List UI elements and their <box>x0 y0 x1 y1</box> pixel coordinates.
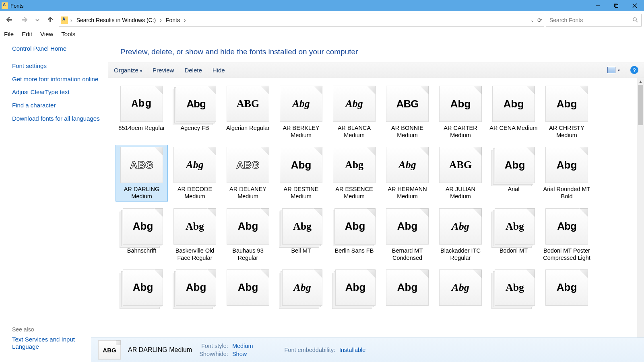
chevron-down-icon[interactable]: ⌄ <box>530 18 534 23</box>
chevron-down-icon: ▾ <box>140 69 142 73</box>
font-item[interactable]: AbgAR CENA Medium <box>487 84 540 140</box>
scroll-thumb[interactable] <box>638 85 643 125</box>
font-item[interactable]: Abg <box>328 267 380 309</box>
refresh-button[interactable]: ⟳ <box>537 17 542 23</box>
font-item[interactable]: AbgBahnschrift <box>116 206 168 263</box>
close-button[interactable] <box>625 0 644 11</box>
font-item[interactable]: AbgAR DECODE Medium <box>169 145 221 201</box>
font-thumbnail: Abg <box>120 86 163 122</box>
sidebar-link-text-services[interactable]: Text Services and Input Language <box>12 336 103 351</box>
font-thumbnail: Abg <box>280 86 322 122</box>
font-name-label: Bodoni MT <box>500 247 528 254</box>
address-bar[interactable]: › Search Results in Windows (C:) › Fonts… <box>59 14 544 27</box>
font-sample-text: Abg <box>452 220 469 232</box>
font-item[interactable]: AbgArial Rounded MT Bold <box>541 145 593 201</box>
menu-edit[interactable]: Edit <box>22 31 32 37</box>
chevron-right-icon[interactable]: › <box>183 17 187 23</box>
font-sample-text: Abg <box>505 159 525 171</box>
font-item[interactable]: Abg <box>169 267 221 309</box>
font-grid: Abg8514oem RegularAbgAgency FBABGAlgeria… <box>108 78 644 309</box>
help-button[interactable]: ? <box>630 66 638 74</box>
breadcrumb-segment[interactable]: Search Results in Windows (C:) <box>75 17 158 23</box>
font-name-label: Blackadder ITC Regular <box>436 247 485 261</box>
chevron-right-icon[interactable]: › <box>70 17 73 23</box>
font-item[interactable]: AbgBodoni MT <box>487 206 540 263</box>
delete-button[interactable]: Delete <box>184 67 202 74</box>
font-item[interactable]: AbgBodoni MT Poster Compressed Light <box>541 206 593 263</box>
menu-file[interactable]: File <box>4 31 14 37</box>
command-bar: Organize ▾ Preview Delete Hide ▾ ? <box>108 62 644 78</box>
font-thumbnail: Abg <box>176 86 216 122</box>
sidebar-link-cp-home[interactable]: Control Panel Home <box>12 45 103 53</box>
preview-button[interactable]: Preview <box>153 67 174 74</box>
recent-locations-dropdown[interactable] <box>33 14 42 26</box>
font-sample-text: Abg <box>132 98 152 110</box>
menu-tools[interactable]: Tools <box>61 31 75 37</box>
font-sample-text: ABG <box>236 159 260 171</box>
font-name-label: AR CHRISTY Medium <box>542 124 592 139</box>
font-item[interactable]: ABGAR JULIAN Medium <box>434 145 487 201</box>
breadcrumb-segment[interactable]: Fonts <box>164 17 182 23</box>
search-input[interactable]: Search Fonts <box>546 14 642 27</box>
font-item[interactable]: Abg <box>275 267 327 309</box>
font-sample-text: Abg <box>557 159 577 171</box>
vertical-scrollbar[interactable]: ▲ ▼ <box>637 78 644 362</box>
font-item[interactable]: AbgAR CARTER Medium <box>434 84 487 140</box>
font-item[interactable]: AbgAR HERMANN Medium <box>381 145 433 201</box>
font-name-label: Bernard MT Condensed <box>382 247 432 261</box>
font-item[interactable]: AbgAR ESSENCE Medium <box>328 145 380 201</box>
font-sample-text: Abg <box>450 98 471 110</box>
svg-point-5 <box>633 17 636 21</box>
font-item[interactable]: AbgBerlin Sans FB <box>328 206 380 263</box>
up-button[interactable]: 🡱 <box>43 14 57 26</box>
chevron-right-icon[interactable]: › <box>159 17 163 23</box>
minimize-button[interactable] <box>588 0 607 11</box>
details-showhide-value: Show <box>232 351 253 357</box>
font-item[interactable]: Abg <box>541 267 593 309</box>
font-item[interactable]: Abg8514oem Regular <box>116 84 168 140</box>
sidebar-link-download-all-langs[interactable]: Download fonts for all languages <box>12 115 103 123</box>
view-options-button[interactable]: ▾ <box>607 67 620 73</box>
font-sample-text: Abg <box>506 282 524 294</box>
font-item[interactable]: ABGAR DARLING Medium <box>116 145 168 201</box>
font-item[interactable]: ABGAR DELANEY Medium <box>222 145 274 201</box>
scroll-up-icon[interactable]: ▲ <box>637 78 644 85</box>
font-item[interactable]: AbgBell MT <box>275 206 327 263</box>
hide-button[interactable]: Hide <box>213 67 225 74</box>
font-item[interactable]: AbgAR DESTINE Medium <box>275 145 327 201</box>
organize-menu[interactable]: Organize ▾ <box>114 67 142 74</box>
forward-button[interactable]: 🡲 <box>18 14 31 26</box>
font-item[interactable]: ABGAR BONNIE Medium <box>381 84 433 140</box>
font-item[interactable]: AbgAR BLANCA Medium <box>328 84 380 140</box>
font-item[interactable]: Abg <box>487 267 540 309</box>
font-thumbnail: Abg <box>545 269 588 306</box>
font-item[interactable]: AbgBauhaus 93 Regular <box>222 206 274 263</box>
font-item[interactable]: AbgBlackadder ITC Regular <box>434 206 487 263</box>
font-item[interactable]: Abg <box>381 267 433 309</box>
font-name-label: Bell MT <box>291 247 311 254</box>
sidebar-link-more-info-online[interactable]: Get more font information online <box>12 76 103 83</box>
back-button[interactable]: 🡰 <box>2 14 16 26</box>
font-name-label: AR BONNIE Medium <box>382 124 432 139</box>
font-thumbnail: Abg <box>227 269 269 306</box>
sidebar-link-cleartype[interactable]: Adjust ClearType text <box>12 88 103 96</box>
maximize-button[interactable] <box>607 0 625 11</box>
font-item[interactable]: Abg <box>434 267 487 309</box>
font-item[interactable]: AbgAR CHRISTY Medium <box>541 84 593 140</box>
font-item[interactable]: AbgAgency FB <box>169 84 221 140</box>
font-item[interactable]: Abg <box>116 267 168 309</box>
font-item[interactable]: AbgBernard MT Condensed <box>381 206 433 263</box>
font-sample-text: Abg <box>345 220 365 232</box>
font-item[interactable]: ABGAlgerian Regular <box>222 84 274 140</box>
font-item[interactable]: Abg <box>222 267 274 309</box>
font-item[interactable]: AbgArial <box>487 145 540 201</box>
sidebar-link-find-character[interactable]: Find a character <box>12 102 103 109</box>
menu-view[interactable]: View <box>40 31 53 37</box>
font-item[interactable]: AbgBaskerville Old Face Regular <box>169 206 221 263</box>
details-thumbnail: ABG <box>98 340 121 360</box>
font-item[interactable]: AbgAR BERKLEY Medium <box>275 84 327 140</box>
font-thumbnail: Abg <box>227 208 269 245</box>
sidebar-link-font-settings[interactable]: Font settings <box>12 62 103 70</box>
font-name-label: Agency FB <box>181 124 209 132</box>
fonts-folder-icon <box>61 16 68 24</box>
